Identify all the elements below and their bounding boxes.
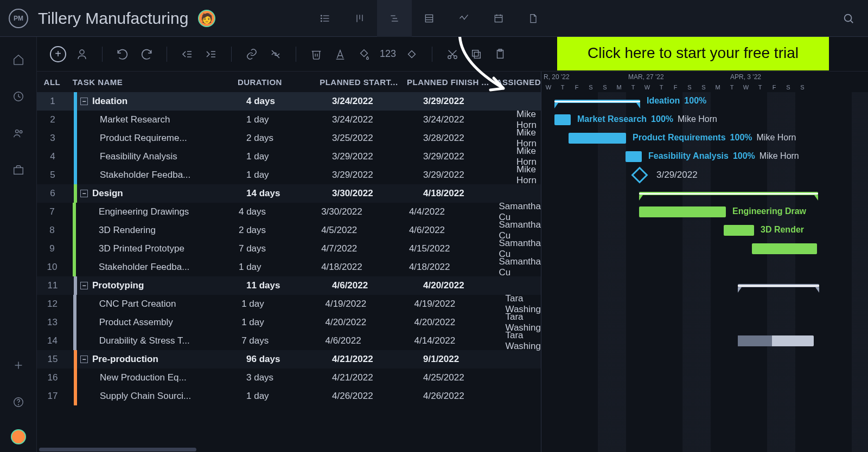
sheet-view-tab[interactable] (412, 0, 446, 37)
project-title[interactable]: Tillery Manufacturing (38, 9, 188, 28)
table-row[interactable]: 13Product Assembly1 day4/20/20224/20/202… (37, 313, 541, 332)
svg-rect-24 (14, 167, 23, 174)
dashboard-view-tab[interactable] (446, 0, 481, 37)
indent-icon[interactable] (203, 46, 219, 62)
table-row[interactable]: 83D Rendering2 days4/5/20224/6/2022Saman… (37, 221, 541, 240)
gantt-bar[interactable] (626, 151, 642, 162)
table-row[interactable]: 12CNC Part Creation1 day4/19/20224/19/20… (37, 295, 541, 313)
table-row[interactable]: 10Stakeholder Feedba...1 day4/18/20224/1… (37, 258, 541, 276)
gantt-milestone[interactable] (631, 166, 648, 183)
table-row[interactable]: 5Stakeholder Feedba...1 day3/29/20223/29… (37, 166, 541, 184)
table-row[interactable]: 6−Design14 days3/30/20224/18/2022 (37, 184, 541, 203)
col-planned-finish[interactable]: PLANNED FINISH ... (403, 78, 492, 87)
paste-icon[interactable] (492, 46, 508, 62)
table-row[interactable]: 1−Ideation4 days3/24/20223/29/2022 (37, 92, 541, 111)
team-icon[interactable] (9, 124, 28, 143)
unlink-icon[interactable] (267, 46, 284, 62)
app-header: PM Tillery Manufacturing 🧑 (0, 0, 868, 37)
copy-icon[interactable] (468, 46, 484, 62)
board-view-tab[interactable] (342, 0, 377, 37)
gantt-bar[interactable] (738, 335, 814, 346)
milestone-icon[interactable] (404, 46, 420, 62)
col-assigned[interactable]: ASSIGNED (492, 78, 541, 87)
link-icon[interactable] (244, 46, 260, 62)
fill-icon[interactable] (356, 46, 372, 62)
list-view-tab[interactable] (308, 0, 342, 37)
col-duration[interactable]: DURATION (233, 78, 315, 87)
gantt-bar[interactable] (752, 243, 817, 254)
number-format-label[interactable]: 123 (380, 48, 396, 60)
col-all[interactable]: ALL (37, 78, 67, 87)
gantt-bar[interactable] (724, 225, 754, 236)
grid-header: ALL TASK NAME DURATION PLANNED START... … (37, 72, 541, 92)
svg-point-5 (321, 21, 322, 22)
undo-icon[interactable] (114, 46, 131, 62)
cut-icon[interactable] (444, 46, 461, 62)
table-row[interactable]: 7Engineering Drawings4 days3/30/20224/4/… (37, 203, 541, 221)
home-icon[interactable] (9, 50, 28, 69)
collapse-icon[interactable]: − (80, 98, 88, 105)
gantt-bar[interactable] (738, 284, 819, 287)
svg-line-20 (851, 20, 853, 23)
text-style-icon[interactable] (332, 46, 348, 62)
table-row[interactable]: 4Feasibility Analysis1 day3/29/20223/29/… (37, 147, 541, 166)
collapse-icon[interactable]: − (80, 356, 88, 363)
add-icon[interactable] (9, 356, 28, 375)
redo-icon[interactable] (138, 46, 155, 62)
gantt-bar[interactable] (554, 114, 571, 125)
table-row[interactable]: 14Durability & Stress T...7 days4/6/2022… (37, 332, 541, 350)
table-row[interactable]: 93D Printed Prototype7 days4/7/20224/15/… (37, 240, 541, 258)
clock-icon[interactable] (9, 87, 28, 106)
svg-point-29 (80, 50, 84, 54)
delete-icon[interactable] (308, 46, 324, 62)
col-planned-start[interactable]: PLANNED START... (315, 78, 403, 87)
svg-line-36 (272, 50, 279, 58)
search-icon[interactable] (838, 8, 859, 29)
toolbar: + 123 (37, 37, 868, 72)
table-row[interactable]: 16New Production Eq...3 days4/21/20224/2… (37, 369, 541, 387)
outdent-icon[interactable] (179, 46, 195, 62)
start-trial-button[interactable]: Click here to start your free trial (557, 37, 829, 70)
gantt-bar[interactable] (639, 192, 818, 195)
svg-rect-15 (495, 15, 502, 22)
col-task-name[interactable]: TASK NAME (67, 78, 233, 87)
collapse-icon[interactable]: − (80, 282, 88, 289)
calendar-view-tab[interactable] (481, 0, 516, 37)
svg-rect-46 (474, 52, 480, 58)
svg-rect-12 (426, 15, 433, 22)
table-row[interactable]: 11−Prototyping11 days4/6/20224/20/2022 (37, 276, 541, 295)
gantt-bar[interactable] (639, 206, 726, 217)
table-row[interactable]: 17Supply Chain Sourci...1 day4/26/20224/… (37, 387, 541, 405)
gantt-timeline-header: R, 20 '22 MAR, 27 '22 APR, 3 '22 WTFSSMT… (541, 72, 868, 92)
gantt-chart[interactable]: R, 20 '22 MAR, 27 '22 APR, 3 '22 WTFSSMT… (541, 72, 868, 452)
project-avatar[interactable]: 🧑 (198, 10, 215, 27)
table-row[interactable]: 2Market Research1 day3/24/20223/24/2022M… (37, 111, 541, 129)
collapse-icon[interactable]: − (80, 190, 88, 197)
svg-point-4 (321, 18, 322, 19)
task-grid: ALL TASK NAME DURATION PLANNED START... … (37, 72, 541, 452)
svg-point-19 (845, 14, 852, 21)
gantt-bar[interactable] (569, 133, 626, 144)
portfolio-icon[interactable] (9, 160, 28, 180)
assign-icon[interactable] (74, 46, 90, 62)
gantt-bar[interactable] (554, 100, 640, 103)
left-nav (0, 37, 37, 452)
gantt-view-tab[interactable] (377, 0, 412, 37)
help-icon[interactable] (9, 392, 28, 412)
add-task-button[interactable]: + (50, 46, 66, 62)
table-row[interactable]: 15−Pre-production96 days4/21/20229/1/202… (37, 350, 541, 369)
table-row[interactable]: 3Product Requireme...2 days3/25/20223/28… (37, 129, 541, 147)
svg-point-28 (18, 404, 18, 405)
svg-point-3 (321, 15, 322, 16)
files-view-tab[interactable] (516, 0, 551, 37)
svg-point-23 (20, 131, 22, 133)
view-tabs (308, 0, 551, 37)
svg-rect-41 (409, 50, 416, 57)
svg-rect-47 (473, 50, 478, 56)
svg-point-22 (15, 130, 18, 133)
grid-horizontal-scrollbar[interactable] (37, 447, 541, 452)
app-logo[interactable]: PM (9, 9, 28, 28)
user-avatar[interactable] (11, 429, 26, 444)
